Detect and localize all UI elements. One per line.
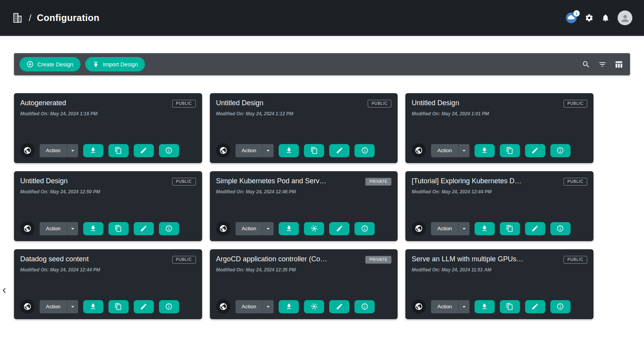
settings-button[interactable] [585,14,593,22]
modified-on-label: Modified On: May 24, 2024 1:16 PM [20,111,196,116]
info-button[interactable] [159,300,179,313]
action-button[interactable]: Action [431,222,458,235]
download-icon [89,225,97,232]
download-button[interactable] [279,144,299,157]
search-button[interactable] [580,59,592,70]
info-button[interactable] [159,144,179,157]
visibility-globe-button[interactable] [412,221,426,236]
card-header: Datadog seed content PUBLIC [20,255,196,264]
info-button[interactable] [354,144,375,157]
edit-button[interactable] [134,222,154,235]
action-split-button: Action [236,300,274,313]
clone-button[interactable] [500,144,520,157]
clone-button[interactable] [108,222,129,235]
clone-button[interactable] [304,144,324,157]
cloud-provider-button[interactable]: 1 [565,12,577,24]
download-button[interactable] [83,222,103,235]
action-dropdown-button[interactable] [458,222,469,235]
filter-button[interactable] [597,59,608,70]
clone-button[interactable] [108,300,129,313]
info-button[interactable] [159,222,179,235]
visibility-globe-button[interactable] [412,299,426,314]
globe-icon [23,146,31,155]
info-button[interactable] [550,300,571,313]
info-button[interactable] [354,300,375,313]
collapse-chevron-button[interactable]: ‹ [0,284,9,295]
modified-on-label: Modified On: May 24, 2024 12:46 PM [216,189,392,195]
kanvas-button[interactable] [304,222,324,235]
edit-button[interactable] [525,300,545,313]
download-button[interactable] [475,222,495,235]
download-icon [285,147,293,154]
action-button[interactable]: Action [40,300,67,313]
action-split-button: Action [236,144,274,157]
design-title: Untitled Design [412,99,464,107]
clone-button[interactable] [500,300,520,313]
action-dropdown-button[interactable] [67,144,78,157]
import-design-button[interactable]: Import Design [85,57,145,71]
gear-icon [585,14,593,22]
visibility-globe-button[interactable] [216,299,230,314]
action-button[interactable]: Action [236,222,263,235]
action-button[interactable]: Action [236,144,263,157]
clone-icon [115,303,122,310]
globe-icon [415,146,423,155]
action-dropdown-button[interactable] [262,144,274,157]
download-button[interactable] [83,300,103,313]
info-button[interactable] [550,144,571,157]
visibility-globe-button[interactable] [20,221,35,236]
notifications-button[interactable] [601,14,610,22]
info-button[interactable] [354,222,375,235]
action-button[interactable]: Action [431,144,458,157]
kanvas-button[interactable] [304,300,324,313]
edit-button[interactable] [329,300,349,313]
edit-button[interactable] [329,144,349,157]
edit-button[interactable] [134,300,154,313]
download-button[interactable] [279,222,299,235]
action-button[interactable]: Action [431,300,458,313]
edit-button[interactable] [329,222,349,235]
visibility-globe-button[interactable] [20,299,35,314]
notification-count-badge: 1 [573,10,580,17]
globe-icon [219,224,227,233]
download-button[interactable] [279,300,299,313]
action-dropdown-button[interactable] [67,222,78,235]
info-button[interactable] [550,222,571,235]
info-icon [165,225,173,232]
clone-button[interactable] [108,144,129,157]
action-dropdown-button[interactable] [458,144,469,157]
modified-on-label: Modified On: May 24, 2024 12:44 PM [20,267,196,273]
edit-button[interactable] [525,222,545,235]
action-dropdown-button[interactable] [262,300,274,313]
card-header: Serve an LLM with multiple GPUs… PUBLIC [412,255,587,264]
avatar[interactable] [618,10,632,25]
card-action-row: Action [20,221,196,236]
action-button[interactable]: Action [40,222,67,235]
download-button[interactable] [475,300,495,313]
download-icon [89,147,97,154]
action-dropdown-button[interactable] [458,300,469,313]
download-button[interactable] [475,144,495,157]
visibility-globe-button[interactable] [216,221,230,236]
visibility-globe-button[interactable] [412,143,426,158]
card-action-row: Action [20,143,196,158]
edit-button[interactable] [134,144,154,157]
action-dropdown-button[interactable] [67,300,78,313]
table-view-button[interactable] [613,59,625,70]
info-icon [557,303,564,310]
action-split-button: Action [431,300,469,313]
visibility-globe-button[interactable] [216,143,230,158]
download-button[interactable] [83,144,103,157]
action-button[interactable]: Action [40,144,67,157]
card-action-row: Action [20,299,196,314]
action-button[interactable]: Action [236,300,263,313]
chevron-down-icon [69,225,76,232]
edit-button[interactable] [525,144,545,157]
clone-button[interactable] [500,222,520,235]
action-dropdown-button[interactable] [262,222,274,235]
download-icon [285,303,293,310]
design-title: Autogenerated [20,99,72,107]
create-design-button[interactable]: Create Design [19,57,80,71]
visibility-globe-button[interactable] [20,143,35,158]
design-card: Untitled Design PUBLIC Modified On: May … [210,93,398,163]
